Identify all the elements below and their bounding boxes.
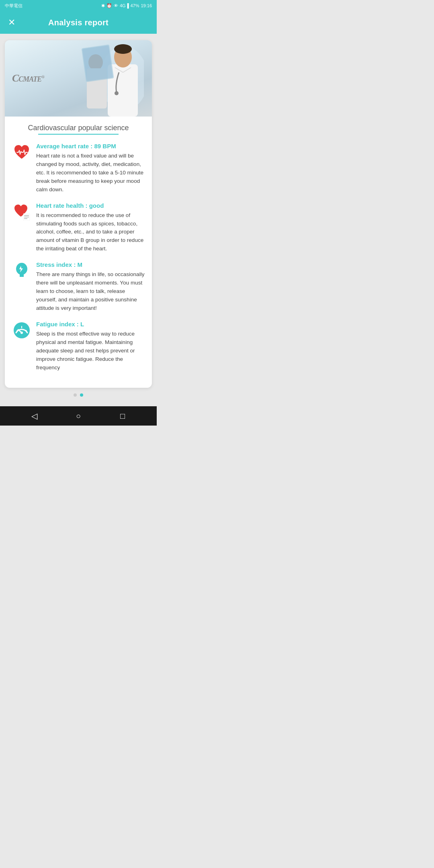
bluetooth-icon: ✱ [101,3,105,8]
pagination-dot-2[interactable] [80,393,83,397]
page-title: Analysis report [48,18,108,27]
fatigue-index-icon [13,321,31,339]
status-right: ✱ ⏰ 👁 4G▐ 47% 19:16 [101,3,152,8]
svg-point-3 [114,44,132,54]
heart-rate-icon [13,143,31,161]
alarm-icon: ⏰ [106,3,112,8]
status-bar: 中華電信 ✱ ⏰ 👁 4G▐ 47% 19:16 [0,0,157,11]
heart-health-desc: It is recommended to reduce the use of s… [36,211,145,254]
heart-health-icon [13,203,31,221]
time-label: 19:16 [141,3,152,8]
brand-logo: CCMATE® [12,72,44,84]
heart-rate-text: Average heart rate : 89 BPM Heart rate i… [36,143,145,194]
svg-rect-8 [82,45,113,81]
stress-desc: There are many things in life, so occasi… [36,270,145,313]
stress-text: Stress index : M There are many things i… [36,261,145,313]
section-title: Cardiovascular popular science [12,124,145,132]
fatigue-text: Fatigue index : L Sleep is the most effe… [36,321,145,372]
heart-health-icon-wrap [12,202,31,221]
close-button[interactable]: ✕ [8,17,15,28]
svg-point-15 [14,322,30,338]
fatigue-label: Fatigue index : L [36,321,145,328]
hero-image: CCMATE® [5,40,152,117]
battery-label: 47% [130,3,139,8]
svg-rect-14 [20,274,24,277]
recent-button[interactable]: □ [115,408,131,424]
fatigue-icon-wrap [12,321,31,340]
fatigue-item: Fatigue index : L Sleep is the most effe… [12,321,145,372]
eye-icon: 👁 [114,3,118,8]
stress-label: Stress index : M [36,261,145,268]
doctor-svg [72,40,144,117]
pagination [5,388,152,401]
bottom-nav: ◁ ○ □ [0,406,157,426]
carrier-label: 中華電信 [5,3,23,9]
signal-icon: 4G▐ [120,3,129,8]
heart-health-label: Heart rate health : good [36,202,145,209]
heart-rate-item: Average heart rate : 89 BPM Heart rate i… [12,143,145,194]
heart-rate-desc: Heart rate is not a fixed value and will… [36,152,145,194]
stress-index-icon [13,262,31,280]
main-content: CCMATE® Cardiovascular popular science [0,34,157,406]
svg-point-4 [115,91,119,95]
section-underline [38,134,119,135]
home-button[interactable]: ○ [70,408,86,424]
pagination-dot-1[interactable] [74,393,77,397]
report-card: CCMATE® Cardiovascular popular science [5,40,152,388]
back-button[interactable]: ◁ [26,408,42,424]
heart-rate-label: Average heart rate : 89 BPM [36,143,145,149]
heart-health-text: Heart rate health : good It is recommend… [36,202,145,254]
stress-icon-wrap [12,261,31,280]
fatigue-desc: Sleep is the most effective way to reduc… [36,330,145,372]
svg-point-20 [20,332,23,334]
stress-item: Stress index : M There are many things i… [12,261,145,313]
header: ✕ Analysis report [0,11,157,34]
card-body: Cardiovascular popular science Average h… [5,117,152,388]
heart-health-item: Heart rate health : good It is recommend… [12,202,145,254]
heart-rate-icon-wrap [12,143,31,162]
